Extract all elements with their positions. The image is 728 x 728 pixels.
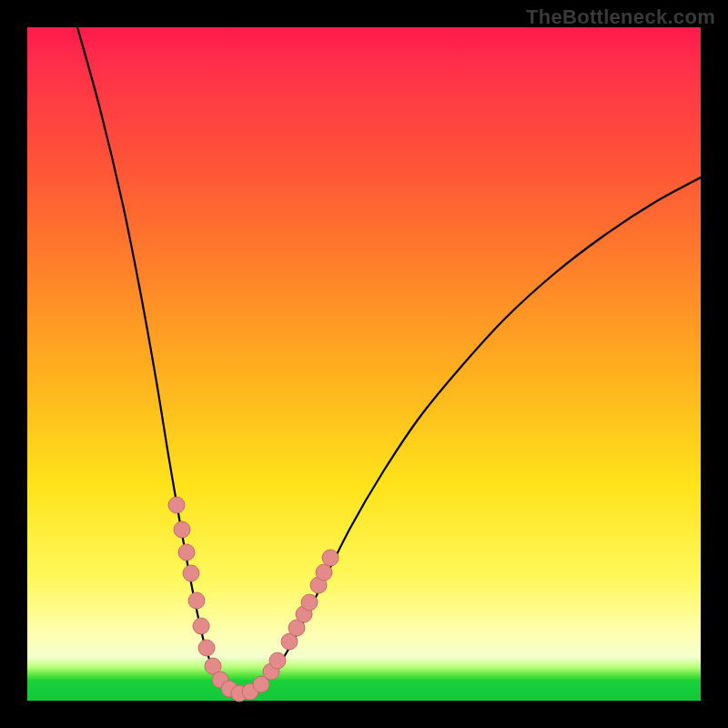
gradient-panel	[27, 27, 701, 701]
watermark-text: TheBottleneck.com	[526, 5, 715, 29]
chart-stage: TheBottleneck.com	[0, 0, 728, 728]
